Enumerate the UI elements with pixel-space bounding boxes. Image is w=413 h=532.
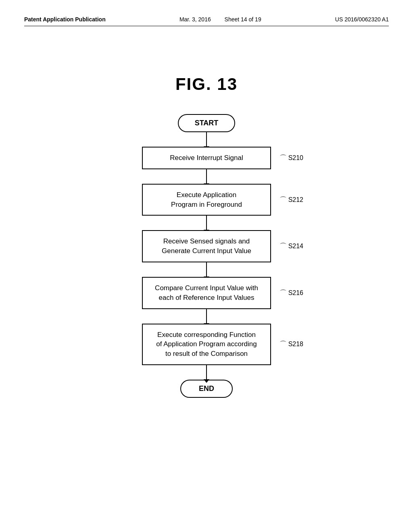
arrow-line: [206, 169, 207, 184]
step-s214-number: S214: [288, 243, 303, 250]
arrow-s210-s212: [206, 169, 207, 184]
arrow-start-s210: [206, 132, 207, 147]
step-s216-box: Compare Current Input Value witheach of …: [142, 277, 271, 309]
step-s218-text: Execute corresponding Functionof Applica…: [156, 331, 257, 358]
arrow-line: [206, 132, 207, 147]
step-s214-label: ⌒ S214: [280, 243, 303, 250]
arrow-s214-s216: [206, 262, 207, 277]
step-s216-label: ⌒ S216: [280, 289, 303, 297]
step-row-s214: Receive Sensed signals andGenerate Curre…: [142, 230, 271, 262]
step-s210-text: Receive Interrupt Signal: [170, 154, 243, 162]
arrow-line: [206, 262, 207, 277]
header-date-sheet: Mar. 3, 2016 Sheet 14 of 19: [179, 16, 261, 23]
header-patent-number: US 2016/0062320 A1: [335, 16, 389, 23]
step-s210-number: S210: [288, 154, 303, 162]
tick-s210: ⌒: [280, 154, 287, 162]
arrow-line: [206, 216, 207, 230]
tick-s214: ⌒: [280, 243, 287, 250]
start-oval: START: [178, 114, 236, 132]
flowchart: START Receive Interrupt Signal ⌒ S210 Ex…: [24, 114, 389, 398]
step-row-s216: Compare Current Input Value witheach of …: [142, 277, 271, 309]
step-s212-label: ⌒ S212: [280, 196, 303, 204]
arrow-line: [206, 365, 207, 380]
step-s218-box: Execute corresponding Functionof Applica…: [142, 324, 271, 365]
tick-s212: ⌒: [280, 196, 287, 204]
header: Patent Application Publication Mar. 3, 2…: [24, 16, 389, 26]
step-s210-label: ⌒ S210: [280, 154, 303, 162]
step-row-s210: Receive Interrupt Signal ⌒ S210: [142, 147, 271, 169]
arrow-line: [206, 309, 207, 324]
tick-s218: ⌒: [280, 341, 287, 348]
step-s214-box: Receive Sensed signals andGenerate Curre…: [142, 230, 271, 262]
step-s212-number: S212: [288, 196, 303, 204]
step-s216-text: Compare Current Input Value witheach of …: [155, 284, 258, 301]
step-s212-box: Execute ApplicationProgram in Foreground: [142, 184, 271, 216]
step-s214-text: Receive Sensed signals andGenerate Curre…: [162, 237, 251, 255]
header-publication-label: Patent Application Publication: [24, 16, 106, 23]
header-date: Mar. 3, 2016: [179, 16, 211, 23]
arrow-s218-end: [206, 365, 207, 380]
step-row-s218: Execute corresponding Functionof Applica…: [142, 324, 271, 365]
step-row-s212: Execute ApplicationProgram in Foreground…: [142, 184, 271, 216]
header-sheet: Sheet 14 of 19: [225, 16, 261, 23]
step-s218-number: S218: [288, 341, 303, 348]
page: Patent Application Publication Mar. 3, 2…: [0, 0, 413, 532]
tick-s216: ⌒: [280, 289, 287, 297]
step-s210-box: Receive Interrupt Signal: [142, 147, 271, 169]
arrow-s212-s214: [206, 216, 207, 230]
step-s216-number: S216: [288, 289, 303, 297]
step-s212-text: Execute ApplicationProgram in Foreground: [171, 191, 242, 208]
figure-title: FIG. 13: [24, 75, 389, 94]
arrow-s216-s218: [206, 309, 207, 324]
step-s218-label: ⌒ S218: [280, 341, 303, 348]
